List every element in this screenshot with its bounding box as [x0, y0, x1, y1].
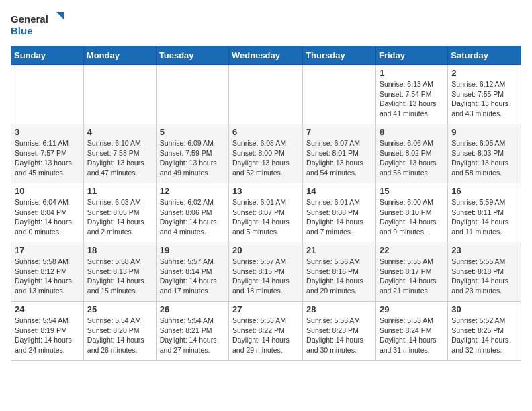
calendar-cell: 15Sunrise: 6:00 AMSunset: 8:10 PMDayligh…	[375, 183, 447, 242]
day-number: 21	[306, 245, 372, 255]
calendar-cell: 13Sunrise: 6:01 AMSunset: 8:07 PMDayligh…	[229, 183, 303, 242]
logo-svg: General Blue	[11, 11, 64, 38]
weekday-header-monday: Monday	[83, 46, 156, 65]
day-number: 1	[380, 68, 444, 78]
day-number: 17	[15, 245, 80, 255]
day-number: 8	[380, 127, 444, 137]
calendar-cell: 5Sunrise: 6:09 AMSunset: 7:59 PMDaylight…	[156, 124, 228, 183]
calendar-cell: 30Sunrise: 5:52 AMSunset: 8:25 PMDayligh…	[448, 302, 521, 361]
svg-text:General: General	[11, 13, 48, 25]
svg-text:Blue: Blue	[11, 25, 33, 36]
day-info: Sunrise: 5:53 AMSunset: 8:22 PMDaylight:…	[232, 316, 299, 355]
calendar-cell: 25Sunrise: 5:54 AMSunset: 8:20 PMDayligh…	[83, 302, 156, 361]
day-info: Sunrise: 6:12 AMSunset: 7:55 PMDaylight:…	[451, 79, 517, 119]
day-number: 30	[451, 304, 517, 314]
weekday-header-sunday: Sunday	[11, 46, 84, 65]
day-number: 22	[380, 245, 444, 255]
weekday-header-row: SundayMondayTuesdayWednesdayThursdayFrid…	[11, 46, 521, 65]
calendar-cell	[83, 65, 156, 124]
calendar-week-2: 3Sunrise: 6:11 AMSunset: 7:57 PMDaylight…	[11, 124, 521, 183]
day-info: Sunrise: 6:13 AMSunset: 7:54 PMDaylight:…	[380, 79, 444, 119]
calendar-week-5: 24Sunrise: 5:54 AMSunset: 8:19 PMDayligh…	[11, 302, 521, 361]
day-info: Sunrise: 5:54 AMSunset: 8:19 PMDaylight:…	[15, 316, 80, 355]
calendar-week-4: 17Sunrise: 5:58 AMSunset: 8:12 PMDayligh…	[11, 242, 521, 302]
day-number: 10	[15, 186, 80, 196]
day-info: Sunrise: 6:04 AMSunset: 8:04 PMDaylight:…	[15, 197, 80, 237]
calendar-cell: 23Sunrise: 5:55 AMSunset: 8:18 PMDayligh…	[448, 242, 521, 302]
calendar-cell: 22Sunrise: 5:55 AMSunset: 8:17 PMDayligh…	[375, 242, 447, 302]
day-number: 19	[160, 245, 225, 255]
day-number: 13	[232, 186, 299, 196]
day-info: Sunrise: 5:58 AMSunset: 8:13 PMDaylight:…	[87, 257, 152, 296]
day-number: 25	[87, 304, 152, 314]
calendar-cell: 27Sunrise: 5:53 AMSunset: 8:22 PMDayligh…	[229, 302, 303, 361]
weekday-header-friday: Friday	[375, 46, 447, 65]
calendar-cell: 16Sunrise: 5:59 AMSunset: 8:11 PMDayligh…	[448, 183, 521, 242]
day-number: 27	[232, 304, 299, 314]
day-number: 18	[87, 245, 152, 255]
day-info: Sunrise: 6:06 AMSunset: 8:02 PMDaylight:…	[380, 138, 444, 178]
calendar-cell: 18Sunrise: 5:58 AMSunset: 8:13 PMDayligh…	[83, 242, 156, 302]
day-info: Sunrise: 5:58 AMSunset: 8:12 PMDaylight:…	[15, 257, 80, 296]
day-number: 5	[160, 127, 225, 137]
calendar-cell: 20Sunrise: 5:57 AMSunset: 8:15 PMDayligh…	[229, 242, 303, 302]
day-info: Sunrise: 5:57 AMSunset: 8:15 PMDaylight:…	[232, 257, 299, 296]
calendar-cell: 19Sunrise: 5:57 AMSunset: 8:14 PMDayligh…	[156, 242, 228, 302]
day-info: Sunrise: 5:57 AMSunset: 8:14 PMDaylight:…	[160, 257, 225, 296]
day-info: Sunrise: 5:56 AMSunset: 8:16 PMDaylight:…	[306, 257, 372, 296]
day-number: 23	[451, 245, 517, 255]
day-info: Sunrise: 5:54 AMSunset: 8:21 PMDaylight:…	[160, 316, 225, 355]
calendar-cell: 3Sunrise: 6:11 AMSunset: 7:57 PMDaylight…	[11, 124, 84, 183]
day-number: 24	[15, 304, 80, 314]
day-info: Sunrise: 5:53 AMSunset: 8:23 PMDaylight:…	[306, 316, 372, 355]
calendar-cell: 4Sunrise: 6:10 AMSunset: 7:58 PMDaylight…	[83, 124, 156, 183]
calendar-cell: 28Sunrise: 5:53 AMSunset: 8:23 PMDayligh…	[303, 302, 376, 361]
day-number: 14	[306, 186, 372, 196]
day-number: 28	[306, 304, 372, 314]
day-info: Sunrise: 5:55 AMSunset: 8:17 PMDaylight:…	[380, 257, 444, 296]
calendar-cell	[303, 65, 376, 124]
day-number: 12	[160, 186, 225, 196]
day-number: 4	[87, 127, 152, 137]
day-info: Sunrise: 5:54 AMSunset: 8:20 PMDaylight:…	[87, 316, 152, 355]
day-info: Sunrise: 6:01 AMSunset: 8:08 PMDaylight:…	[306, 197, 372, 237]
calendar-week-3: 10Sunrise: 6:04 AMSunset: 8:04 PMDayligh…	[11, 183, 521, 242]
day-info: Sunrise: 6:10 AMSunset: 7:58 PMDaylight:…	[87, 138, 152, 178]
calendar-week-1: 1Sunrise: 6:13 AMSunset: 7:54 PMDaylight…	[11, 65, 521, 124]
day-number: 20	[232, 245, 299, 255]
day-number: 7	[306, 127, 372, 137]
calendar-cell: 10Sunrise: 6:04 AMSunset: 8:04 PMDayligh…	[11, 183, 84, 242]
svg-marker-2	[56, 12, 64, 20]
calendar-cell: 21Sunrise: 5:56 AMSunset: 8:16 PMDayligh…	[303, 242, 376, 302]
day-info: Sunrise: 5:59 AMSunset: 8:11 PMDaylight:…	[451, 197, 517, 237]
day-info: Sunrise: 5:53 AMSunset: 8:24 PMDaylight:…	[380, 316, 444, 355]
logo: General Blue	[11, 11, 64, 38]
day-info: Sunrise: 6:07 AMSunset: 8:01 PMDaylight:…	[306, 138, 372, 178]
day-number: 9	[451, 127, 517, 137]
day-info: Sunrise: 6:09 AMSunset: 7:59 PMDaylight:…	[160, 138, 225, 178]
calendar-cell: 1Sunrise: 6:13 AMSunset: 7:54 PMDaylight…	[375, 65, 447, 124]
day-info: Sunrise: 6:05 AMSunset: 8:03 PMDaylight:…	[451, 138, 517, 178]
weekday-header-thursday: Thursday	[303, 46, 376, 65]
day-info: Sunrise: 6:11 AMSunset: 7:57 PMDaylight:…	[15, 138, 80, 178]
calendar-table: SundayMondayTuesdayWednesdayThursdayFrid…	[11, 46, 521, 361]
calendar-cell: 26Sunrise: 5:54 AMSunset: 8:21 PMDayligh…	[156, 302, 228, 361]
day-number: 3	[15, 127, 80, 137]
day-number: 2	[451, 68, 517, 78]
calendar-cell: 8Sunrise: 6:06 AMSunset: 8:02 PMDaylight…	[375, 124, 447, 183]
calendar-cell: 7Sunrise: 6:07 AMSunset: 8:01 PMDaylight…	[303, 124, 376, 183]
calendar-cell: 6Sunrise: 6:08 AMSunset: 8:00 PMDaylight…	[229, 124, 303, 183]
day-number: 26	[160, 304, 225, 314]
day-info: Sunrise: 6:03 AMSunset: 8:05 PMDaylight:…	[87, 197, 152, 237]
calendar-cell: 11Sunrise: 6:03 AMSunset: 8:05 PMDayligh…	[83, 183, 156, 242]
calendar-cell	[229, 65, 303, 124]
calendar-cell: 9Sunrise: 6:05 AMSunset: 8:03 PMDaylight…	[448, 124, 521, 183]
day-number: 15	[380, 186, 444, 196]
calendar-cell: 2Sunrise: 6:12 AMSunset: 7:55 PMDaylight…	[448, 65, 521, 124]
calendar-cell: 12Sunrise: 6:02 AMSunset: 8:06 PMDayligh…	[156, 183, 228, 242]
calendar-cell: 24Sunrise: 5:54 AMSunset: 8:19 PMDayligh…	[11, 302, 84, 361]
calendar-cell: 14Sunrise: 6:01 AMSunset: 8:08 PMDayligh…	[303, 183, 376, 242]
calendar-cell: 29Sunrise: 5:53 AMSunset: 8:24 PMDayligh…	[375, 302, 447, 361]
calendar-cell	[11, 65, 84, 124]
page-header: General Blue	[11, 11, 521, 38]
